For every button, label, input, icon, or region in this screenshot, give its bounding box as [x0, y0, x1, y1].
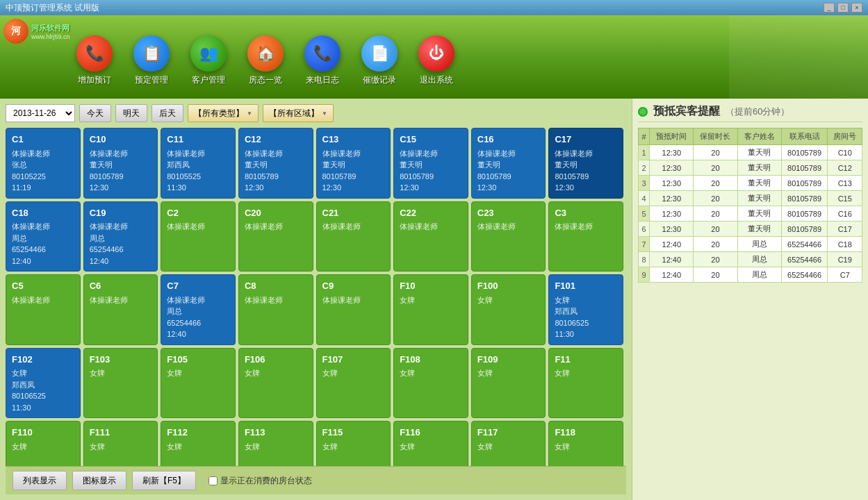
room-card-c17[interactable]: C17体操课老师董天明8010578912:30	[548, 128, 623, 199]
room-card-f105[interactable]: F105女牌	[161, 348, 236, 419]
table-row[interactable]: 312:3020董天明80105789C13	[639, 176, 862, 191]
table-row[interactable]: 812:4020周总65254466C19	[639, 252, 862, 267]
nav-item-manage-booking[interactable]: 📋 预定管理	[133, 35, 170, 86]
area-filter-button[interactable]: 【所有区域】 ▼	[263, 104, 334, 122]
room-card-f10[interactable]: F10女牌	[393, 274, 468, 345]
today-button[interactable]: 今天	[79, 104, 111, 122]
nav-item-exit[interactable]: ⏻ 退出系统	[418, 35, 455, 86]
room-card-f110[interactable]: F110女牌	[6, 421, 81, 466]
room-card-c15[interactable]: C15体操课老师董天明8010578912:30	[393, 128, 468, 199]
table-row[interactable]: 412:3020董天明80105789C15	[639, 191, 862, 206]
type-filter-dropdown[interactable]: 【所有类型】 ▼	[188, 104, 259, 122]
room-card-type: 体操课老师	[245, 148, 307, 160]
type-filter-button[interactable]: 【所有类型】 ▼	[188, 104, 259, 122]
date-select[interactable]: 2013-11-26	[6, 104, 75, 122]
room-card-f117[interactable]: F117女牌	[471, 421, 546, 466]
room-card-f118[interactable]: F118女牌	[548, 421, 623, 466]
table-cell: 20	[694, 206, 737, 222]
tomorrow-button[interactable]: 明天	[115, 104, 147, 122]
room-card-c18[interactable]: C18体操课老师周总6525446612:40	[6, 201, 81, 272]
room-card-c12[interactable]: C12体操课老师董天明8010578912:30	[238, 128, 313, 199]
table-row[interactable]: 112:3020董天明80105789C10	[639, 145, 862, 160]
main-content: 2013-11-26 今天 明天 后天 【所有类型】 ▼ 【所有区域】 ▼	[0, 99, 868, 500]
day-after-button[interactable]: 后天	[152, 104, 183, 122]
nav-item-add-booking[interactable]: 📞 增加预订	[76, 35, 113, 86]
right-panel-title: 预抵宾客提醒	[653, 104, 720, 119]
table-header-cell: 房间号	[828, 128, 862, 145]
room-card-name: C21	[322, 206, 385, 220]
room-card-c5[interactable]: C5体操课老师	[6, 274, 81, 345]
room-card-c13[interactable]: C13体操课老师董天明8010578912:30	[316, 128, 391, 199]
table-cell: 12:30	[650, 222, 694, 237]
booking-table: #预抵时间保留时长客户姓名联系电话房间号 112:3020董天明80105789…	[638, 128, 862, 283]
room-card-type: 女牌	[477, 294, 540, 306]
room-card-f116[interactable]: F116女牌	[393, 421, 468, 466]
minimize-button[interactable]: _	[824, 3, 835, 12]
table-cell: C17	[828, 222, 862, 237]
table-row[interactable]: 612:3020董天明80105789C17	[639, 222, 862, 237]
room-card-f112[interactable]: F112女牌	[161, 421, 236, 466]
room-card-f111[interactable]: F111女牌	[83, 421, 158, 466]
room-card-phone: 80105525	[167, 171, 229, 183]
room-card-f103[interactable]: F103女牌	[83, 348, 158, 419]
table-row[interactable]: 712:4020周总65254466C18	[639, 237, 862, 252]
room-card-c8[interactable]: C8体操课老师	[238, 274, 313, 345]
list-view-button[interactable]: 列表显示	[13, 471, 67, 490]
room-card-f109[interactable]: F109女牌	[471, 348, 546, 419]
room-card-phone: 80106525	[555, 317, 617, 329]
room-card-c11[interactable]: C11体操课老师郑西凤8010552511:30	[161, 128, 236, 199]
refresh-button[interactable]: 刷新【F5】	[132, 471, 196, 490]
room-card-f108[interactable]: F108女牌	[393, 348, 468, 419]
table-row[interactable]: 512:3020董天明80105789C16	[639, 206, 862, 222]
room-card-c19[interactable]: C19体操课老师周总6525446612:40	[83, 201, 158, 272]
room-card-person: 董天明	[90, 159, 152, 171]
table-cell: 20	[694, 145, 737, 160]
room-card-c21[interactable]: C21体操课老师	[316, 201, 391, 272]
room-card-c16[interactable]: C16体操课老师董天明8010578912:30	[471, 128, 546, 199]
room-card-f102[interactable]: F102女牌郑西凤8010652511:30	[6, 348, 81, 419]
room-card-f113[interactable]: F113女牌	[238, 421, 313, 466]
room-card-f106[interactable]: F106女牌	[238, 348, 313, 419]
room-card-f107[interactable]: F107女牌	[316, 348, 391, 419]
room-card-c7[interactable]: C7体操课老师周总6525446612:40	[161, 274, 236, 345]
consuming-label: 显示正在消费的房台状态	[220, 475, 312, 487]
room-card-f101[interactable]: F101女牌郑西凤8010652511:30	[548, 274, 623, 345]
window-controls[interactable]: _ □ ×	[824, 3, 862, 12]
room-card-name: C5	[12, 279, 74, 293]
room-card-name: F115	[322, 426, 385, 440]
area-filter-dropdown[interactable]: 【所有区域】 ▼	[263, 104, 334, 122]
room-card-name: C17	[555, 133, 617, 147]
room-card-name: C11	[167, 133, 229, 147]
close-button[interactable]: ×	[851, 3, 862, 12]
room-card-c22[interactable]: C22体操课老师	[393, 201, 468, 272]
bottom-bar: 列表显示 图标显示 刷新【F5】 显示正在消费的房台状态	[6, 466, 626, 494]
nav-item-record[interactable]: 📄 催缴记录	[361, 35, 398, 86]
consuming-checkbox[interactable]	[208, 476, 218, 485]
consuming-checkbox-label[interactable]: 显示正在消费的房台状态	[208, 475, 312, 487]
room-card-c6[interactable]: C6体操课老师	[83, 274, 158, 345]
room-card-f11[interactable]: F11女牌	[548, 348, 623, 419]
nav-item-room-list[interactable]: 🏠 房态一览	[247, 35, 284, 86]
table-row[interactable]: 912:4020周总65254466C7	[639, 267, 862, 283]
room-card-person: 郑西凤	[555, 306, 617, 317]
room-card-c10[interactable]: C10体操课老师董天明8010578912:30	[83, 128, 158, 199]
icon-view-button[interactable]: 图标显示	[72, 471, 126, 490]
room-card-c3[interactable]: C3体操课老师	[548, 201, 623, 272]
room-card-c1[interactable]: C1体操课老师张总8010522511:19	[6, 128, 81, 199]
room-card-time: 12:30	[90, 182, 152, 194]
room-card-type: 体操课老师	[12, 221, 74, 233]
table-cell: C15	[828, 191, 862, 206]
room-card-phone: 80105789	[400, 171, 462, 183]
nav-item-call-log[interactable]: 📞 来电日志	[304, 35, 341, 86]
room-card-c2[interactable]: C2体操课老师	[161, 201, 236, 272]
room-card-f100[interactable]: F100女牌	[471, 274, 546, 345]
room-card-c23[interactable]: C23体操课老师	[471, 201, 546, 272]
maximize-button[interactable]: □	[837, 3, 849, 12]
room-card-type: 女牌	[245, 367, 307, 379]
table-row[interactable]: 212:3020董天明80105789C12	[639, 160, 862, 176]
room-card-c20[interactable]: C20体操课老师	[238, 201, 313, 272]
room-card-c9[interactable]: C9体操课老师	[316, 274, 391, 345]
room-card-name: F110	[12, 426, 74, 440]
room-card-f115[interactable]: F115女牌	[316, 421, 391, 466]
nav-item-customer-manage[interactable]: 👥 客户管理	[190, 35, 227, 86]
